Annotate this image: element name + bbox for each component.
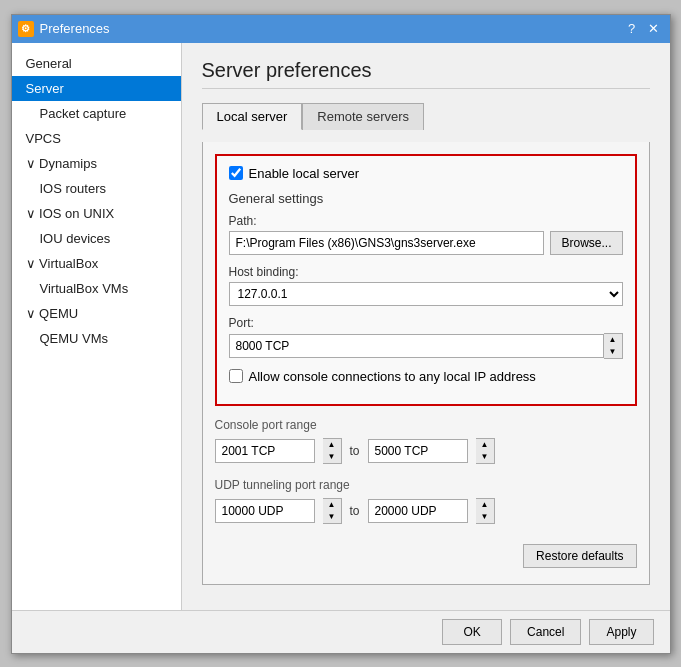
udp-to-input[interactable] (368, 499, 468, 523)
path-label: Path: (229, 214, 623, 228)
sidebar-item-vpcs[interactable]: VPCS (12, 126, 181, 151)
udp-to-label: to (350, 504, 360, 518)
ok-button[interactable]: OK (442, 619, 502, 645)
help-button[interactable]: ? (622, 19, 642, 39)
path-row: Browse... (229, 231, 623, 255)
sidebar-item-ios-on-unix[interactable]: ∨ IOS on UNIX (12, 201, 181, 226)
port-spin-down[interactable]: ▼ (604, 346, 622, 358)
page-title: Server preferences (202, 59, 650, 89)
udp-from-spin-up[interactable]: ▲ (323, 499, 341, 511)
allow-console-row: Allow console connections to any local I… (229, 369, 623, 384)
path-field-group: Path: Browse... (229, 214, 623, 255)
footer-bar: OK Cancel Apply (12, 610, 670, 653)
tab-local-server[interactable]: Local server (202, 103, 303, 130)
console-port-range-row: ▲ ▼ to ▲ ▼ (215, 438, 637, 464)
enable-local-server-checkbox[interactable] (229, 166, 243, 180)
host-binding-select[interactable]: 127.0.0.1 (229, 282, 623, 306)
enable-server-row: Enable local server (229, 166, 623, 181)
sidebar-item-packet-capture[interactable]: Packet capture (12, 101, 181, 126)
allow-console-checkbox[interactable] (229, 369, 243, 383)
sidebar-item-virtualbox[interactable]: ∨ VirtualBox (12, 251, 181, 276)
sidebar-item-virtualbox-vms[interactable]: VirtualBox VMs (12, 276, 181, 301)
host-binding-label: Host binding: (229, 265, 623, 279)
restore-defaults-button[interactable]: Restore defaults (523, 544, 636, 568)
tab-bar: Local server Remote servers (202, 103, 650, 130)
udp-port-range-row: ▲ ▼ to ▲ ▼ (215, 498, 637, 524)
general-settings-label: General settings (229, 191, 623, 206)
port-field-group: Port: ▲ ▼ (229, 316, 623, 359)
console-from-spin-up[interactable]: ▲ (323, 439, 341, 451)
udp-to-spin-down[interactable]: ▼ (476, 511, 494, 523)
tabs: Local server Remote servers Enable local… (202, 103, 650, 585)
sidebar-item-general[interactable]: General (12, 51, 181, 76)
browse-button[interactable]: Browse... (550, 231, 622, 255)
sidebar-item-qemu-vms[interactable]: QEMU VMs (12, 326, 181, 351)
cancel-button[interactable]: Cancel (510, 619, 581, 645)
udp-from-spinbox: ▲ ▼ (323, 498, 342, 524)
console-to-spin-down[interactable]: ▼ (476, 451, 494, 463)
console-to-input[interactable] (368, 439, 468, 463)
console-from-input[interactable] (215, 439, 315, 463)
close-button[interactable]: ✕ (644, 19, 664, 39)
app-icon: ⚙ (18, 21, 34, 37)
udp-from-spin-down[interactable]: ▼ (323, 511, 341, 523)
tab-remote-servers[interactable]: Remote servers (302, 103, 424, 130)
enable-server-section: Enable local server General settings Pat… (215, 154, 637, 406)
port-input[interactable] (229, 334, 604, 358)
console-from-spin-down[interactable]: ▼ (323, 451, 341, 463)
console-port-range-label: Console port range (215, 418, 637, 432)
preferences-window: ⚙ Preferences ? ✕ General Server Packet … (11, 14, 671, 654)
port-label: Port: (229, 316, 623, 330)
sidebar-item-ios-routers[interactable]: IOS routers (12, 176, 181, 201)
port-spinbox-controls: ▲ ▼ (604, 333, 623, 359)
port-spin-up[interactable]: ▲ (604, 334, 622, 346)
sidebar: General Server Packet capture VPCS ∨ Dyn… (12, 43, 182, 610)
sidebar-item-qemu[interactable]: ∨ QEMU (12, 301, 181, 326)
udp-port-range-label: UDP tunneling port range (215, 478, 637, 492)
console-from-spinbox: ▲ ▼ (323, 438, 342, 464)
sidebar-item-server[interactable]: Server (12, 76, 181, 101)
port-row: ▲ ▼ (229, 333, 623, 359)
enable-local-server-label: Enable local server (249, 166, 360, 181)
allow-console-label: Allow console connections to any local I… (249, 369, 536, 384)
apply-button[interactable]: Apply (589, 619, 653, 645)
console-port-range-section: Console port range ▲ ▼ to ▲ ▼ (215, 418, 637, 464)
host-binding-row: 127.0.0.1 (229, 282, 623, 306)
title-bar: ⚙ Preferences ? ✕ (12, 15, 670, 43)
sidebar-item-iou-devices[interactable]: IOU devices (12, 226, 181, 251)
window-title: Preferences (40, 21, 622, 36)
udp-from-input[interactable] (215, 499, 315, 523)
restore-defaults-bar: Restore defaults (215, 538, 637, 572)
tab-panel-local-server: Enable local server General settings Pat… (202, 142, 650, 585)
host-binding-field-group: Host binding: 127.0.0.1 (229, 265, 623, 306)
window-body: General Server Packet capture VPCS ∨ Dyn… (12, 43, 670, 610)
path-input[interactable] (229, 231, 545, 255)
console-to-spin-up[interactable]: ▲ (476, 439, 494, 451)
window-controls: ? ✕ (622, 19, 664, 39)
sidebar-item-dynamips[interactable]: ∨ Dynamips (12, 151, 181, 176)
udp-to-spin-up[interactable]: ▲ (476, 499, 494, 511)
console-to-label: to (350, 444, 360, 458)
udp-port-range-section: UDP tunneling port range ▲ ▼ to ▲ (215, 478, 637, 524)
udp-to-spinbox: ▲ ▼ (476, 498, 495, 524)
console-to-spinbox: ▲ ▼ (476, 438, 495, 464)
main-content: Server preferences Local server Remote s… (182, 43, 670, 610)
